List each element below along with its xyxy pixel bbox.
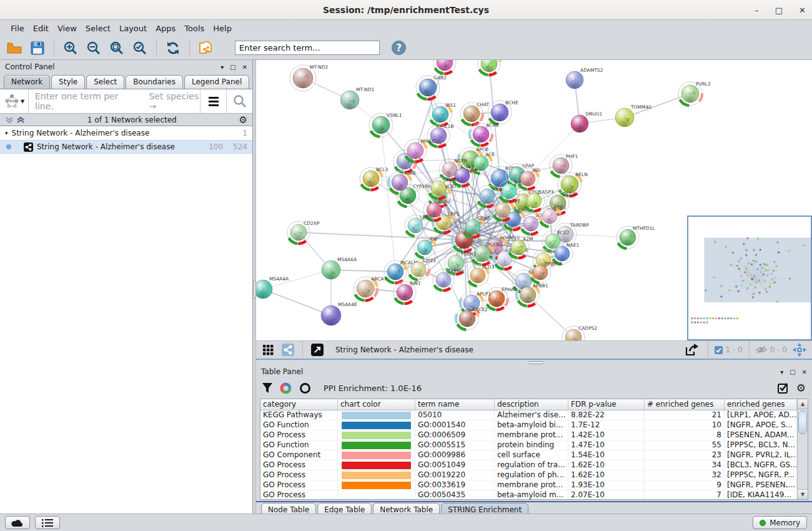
- cell-category[interactable]: GO Function: [260, 440, 338, 450]
- edge[interactable]: [263, 289, 331, 315]
- node-gab2[interactable]: GAB2: [416, 75, 447, 99]
- edge[interactable]: [565, 234, 628, 237]
- open-session-button[interactable]: [5, 39, 24, 57]
- cell-genes[interactable]: 32: [645, 470, 725, 480]
- edge[interactable]: [528, 295, 573, 337]
- cell-description[interactable]: Alzheimer's dise...: [495, 410, 568, 420]
- cell-description[interactable]: regulation of ph...: [495, 470, 568, 480]
- cell-list[interactable]: [NGFR, PVRL2, IL...: [725, 450, 797, 460]
- cell-color[interactable]: [338, 430, 415, 440]
- cell-term[interactable]: GO:0050435: [415, 490, 495, 499]
- edge[interactable]: [331, 270, 395, 272]
- cell-term[interactable]: GO:0006509: [415, 430, 495, 440]
- cell-category[interactable]: GO Component: [260, 450, 338, 460]
- cell-term[interactable]: GO:0005515: [415, 440, 495, 450]
- memory-button[interactable]: Memory: [753, 516, 807, 529]
- cell-description[interactable]: cell surface: [495, 450, 568, 460]
- node-epha5[interactable]: EPHA5: [485, 287, 517, 310]
- cell-fdr[interactable]: 8.82E-22: [568, 410, 645, 420]
- menu-help[interactable]: Help: [209, 22, 236, 35]
- cell-color[interactable]: [338, 440, 415, 450]
- string-source-selector[interactable]: STRING ▼: [0, 89, 29, 113]
- cell-description[interactable]: membrane prot...: [495, 480, 568, 490]
- node-cadps2[interactable]: CADPS2: [562, 325, 597, 340]
- cell-list[interactable]: [NGFR, APOE, S...: [725, 420, 797, 430]
- open-in-browser-button[interactable]: [309, 342, 325, 358]
- string-query-field[interactable]: Enter one term per line. Set species →: [29, 89, 200, 113]
- menu-layout[interactable]: Layout: [115, 22, 151, 35]
- column-header-1[interactable]: chart color: [338, 399, 415, 410]
- panel-menu-icon[interactable]: ▾: [220, 64, 224, 71]
- panel-float-icon[interactable]: □: [790, 369, 795, 375]
- horizontal-splitter-handle[interactable]: [528, 361, 544, 364]
- node-mthfd1l[interactable]: MTHFD1L: [616, 226, 656, 249]
- cell-description[interactable]: beta-amyloid bi...: [495, 420, 568, 430]
- ring-chart-icon[interactable]: [299, 382, 311, 394]
- donut-chart-icon[interactable]: [280, 382, 292, 394]
- cell-fdr[interactable]: 1.47E-10: [568, 440, 645, 450]
- cell-color[interactable]: [338, 420, 415, 430]
- cell-category[interactable]: GO Process: [260, 490, 338, 499]
- scroll-up-button[interactable]: ▲: [798, 399, 808, 409]
- string-view-button[interactable]: [280, 342, 296, 358]
- edge[interactable]: [381, 125, 395, 272]
- table-row[interactable]: GO ComponentGO:0009986cell surface1.54E-…: [260, 450, 797, 460]
- column-header-5[interactable]: # enriched genes: [645, 399, 725, 410]
- cell-genes[interactable]: 10: [645, 420, 725, 430]
- refresh-button[interactable]: [164, 39, 182, 57]
- cell-list[interactable]: [BCL3, NGFR, GS...: [725, 460, 797, 470]
- node-vsnl1[interactable]: VSNL1: [369, 112, 402, 137]
- cell-color[interactable]: [338, 490, 415, 499]
- zoom-out-button[interactable]: [84, 39, 103, 57]
- cell-fdr[interactable]: 1.62E-10: [568, 460, 645, 470]
- node-trem2[interactable]: TREM2: [433, 269, 464, 290]
- node-ins[interactable]: INS: [517, 167, 540, 189]
- cell-genes[interactable]: 55: [645, 440, 725, 450]
- scrollbar-thumb[interactable]: [798, 410, 807, 434]
- table-row[interactable]: GO ProcessGO:0006509membrane prot...1.42…: [260, 430, 797, 440]
- column-header-4[interactable]: FDR p-value: [568, 399, 645, 410]
- cell-genes[interactable]: 23: [645, 450, 725, 460]
- column-header-2[interactable]: term name: [415, 399, 495, 410]
- node-pvrl2[interactable]: PVRL2: [678, 81, 711, 106]
- cell-list[interactable]: [PPP5C, NGFR, P...: [725, 470, 797, 480]
- cell-genes[interactable]: 21: [645, 410, 725, 420]
- node-ms4a4a[interactable]: MS4A4A: [256, 276, 289, 299]
- menu-file[interactable]: File: [6, 22, 29, 35]
- pan-tool-button[interactable]: [791, 342, 808, 358]
- menu-select[interactable]: Select: [81, 22, 115, 35]
- cell-term[interactable]: GO:0019220: [415, 470, 495, 480]
- node-protein[interactable]: [478, 60, 500, 75]
- node-irs1[interactable]: IRS1: [429, 102, 456, 126]
- node-lrp6[interactable]: LRP6: [405, 214, 432, 236]
- collection-expander-icon[interactable]: ▾: [5, 130, 8, 136]
- node-cd2ap[interactable]: CD2AP: [287, 221, 320, 244]
- cell-color[interactable]: [338, 450, 415, 460]
- node-a2m[interactable]: A2M: [508, 236, 533, 258]
- node-protein[interactable]: [433, 60, 456, 74]
- save-session-button[interactable]: [28, 39, 47, 57]
- cell-genes[interactable]: 9: [645, 480, 725, 490]
- cell-list[interactable]: [LRP1, APOE, AD...: [725, 410, 797, 420]
- cell-description[interactable]: regulation of tra...: [495, 460, 568, 470]
- menu-tools[interactable]: Tools: [180, 22, 209, 35]
- table-row[interactable]: KEGG Pathways05010Alzheimer's dise...8.8…: [260, 410, 797, 420]
- cell-fdr[interactable]: 1.54E-10: [568, 450, 645, 460]
- tab-network[interactable]: Network: [4, 75, 50, 89]
- select-columns-icon[interactable]: [778, 382, 789, 394]
- birds-eye-view[interactable]: [687, 216, 812, 340]
- cell-description[interactable]: protein binding: [495, 440, 568, 450]
- table-row[interactable]: GO ProcessGO:0051049regulation of tra...…: [260, 460, 797, 470]
- string-search-button[interactable]: [226, 89, 252, 113]
- table-row[interactable]: GO ProcessGO:0033619membrane prot...1.93…: [260, 480, 797, 490]
- node-bin1[interactable]: BIN1: [394, 280, 421, 304]
- task-history-button[interactable]: [5, 516, 30, 529]
- help-button[interactable]: ?: [392, 41, 406, 55]
- cell-color[interactable]: [338, 470, 415, 480]
- menu-apps[interactable]: Apps: [151, 22, 180, 35]
- close-button[interactable]: ✕: [799, 6, 806, 15]
- cell-term[interactable]: GO:0051049: [415, 460, 495, 470]
- cell-category[interactable]: GO Process: [260, 460, 338, 470]
- minimize-button[interactable]: –: [755, 6, 759, 15]
- cell-term[interactable]: GO:0001540: [415, 420, 495, 430]
